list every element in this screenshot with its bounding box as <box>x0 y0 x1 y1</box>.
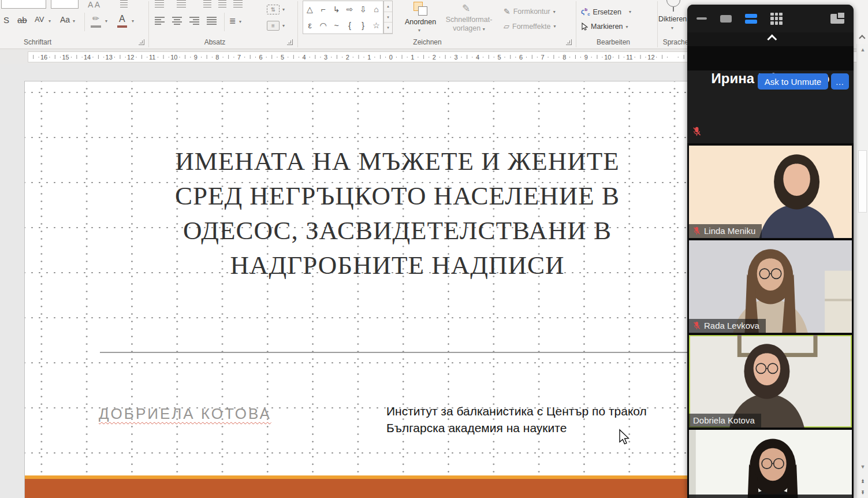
popout-icon[interactable] <box>830 14 844 24</box>
font-dialog-launcher[interactable] <box>139 39 144 45</box>
shape-icon[interactable]: ~ <box>334 21 338 30</box>
participant-name: Dobriela Kotova <box>693 415 755 425</box>
quick-styles-button[interactable]: Schnellformat- vorlagen ▾ <box>438 16 500 34</box>
ask-to-unmute-button[interactable]: Ask to Unmute <box>758 73 828 90</box>
align-center-icon[interactable] <box>172 17 182 25</box>
ruler-number: 5 <box>280 54 285 61</box>
participant-tile[interactable]: Rada Levkova <box>689 240 852 333</box>
slide-title[interactable]: ИМЕНАТА НА МЪЖЕТЕ И ЖЕНИТЕ СРЕД НЕГРЪЦКО… <box>25 144 770 283</box>
ruler-number: 10 <box>603 54 612 61</box>
font-name-box[interactable] <box>1 0 46 9</box>
arrange-dropdown[interactable]: ▾ <box>418 28 420 33</box>
drawing-dialog-launcher[interactable] <box>566 39 572 45</box>
text-direction-dropdown[interactable]: ▾ <box>282 7 285 12</box>
shapes-gallery[interactable]: △⌐↳⇨⇩⌂ε◠~{}☆ <box>303 1 383 34</box>
participant-tile[interactable]: Linda Meniku <box>689 146 852 238</box>
highlight-dropdown[interactable]: ▾ <box>105 18 107 24</box>
scroll-more-overlay[interactable]: Nadezhda Dancheva <box>689 495 852 498</box>
ruler-number: 8 <box>214 54 220 61</box>
collapse-strip[interactable] <box>687 32 854 46</box>
previous-slide-button[interactable]: ▲▲ <box>857 475 868 486</box>
vertical-scrollbar[interactable]: ▲ ▼ ▲▲ ▼▼ <box>856 44 868 498</box>
scrollbar-thumb[interactable] <box>858 150 867 213</box>
text-shadow-button[interactable]: S <box>3 15 9 25</box>
chevron-up-icon[interactable] <box>767 35 777 44</box>
ruler-number: 4 <box>301 54 307 61</box>
speaker-view-icon[interactable] <box>720 15 732 23</box>
font-size-box[interactable] <box>51 0 79 9</box>
shape-icon[interactable]: ε <box>308 21 311 30</box>
arrange-icon-front <box>418 6 427 16</box>
shape-icon[interactable]: ⇩ <box>360 5 367 14</box>
numbering-icon[interactable] <box>177 0 186 8</box>
shape-icon[interactable]: ⌂ <box>374 5 378 14</box>
scroll-down-arrow[interactable]: ▼ <box>857 461 868 473</box>
change-case-dropdown[interactable]: ▾ <box>73 18 75 24</box>
ruler-number: 1 <box>409 54 415 61</box>
minimize-icon[interactable] <box>696 17 707 20</box>
change-case-button[interactable]: Aa <box>60 15 70 24</box>
dictate-button[interactable]: Diktieren <box>658 15 687 23</box>
participant-name: Linda Meniku <box>704 226 755 236</box>
ruler-number: 10 <box>169 54 178 61</box>
quick-styles-line1: Schnellformat- <box>446 16 493 24</box>
gallery-up-icon[interactable]: ▴ <box>384 1 392 12</box>
shape-icon[interactable]: ◠ <box>319 21 326 30</box>
convert-smartart-icon[interactable]: ≡ <box>267 21 280 31</box>
convert-smartart-dropdown[interactable]: ▾ <box>282 23 285 28</box>
decrease-indent-icon[interactable] <box>203 0 211 8</box>
align-right-icon[interactable] <box>189 17 200 25</box>
participant-tile[interactable]: Dobriela Kotova <box>689 335 852 428</box>
clear-formatting-icon[interactable] <box>120 0 128 8</box>
paragraph-dialog-launcher[interactable] <box>287 39 293 45</box>
increase-indent-icon[interactable] <box>218 0 226 8</box>
dictate-dropdown[interactable]: ▾ <box>671 25 673 31</box>
next-slide-button[interactable]: ▼▼ <box>857 486 868 498</box>
ruler-number: 4 <box>475 54 480 61</box>
font-color-button[interactable]: A <box>119 14 125 24</box>
participant-tile-host[interactable]: Ask to Unmute … Ирина Ефименко <box>687 70 854 143</box>
columns-icon[interactable]: ≣ <box>229 16 236 25</box>
bullets-icon[interactable] <box>155 0 164 8</box>
shape-icon[interactable]: ⌐ <box>321 5 325 14</box>
select-button[interactable]: Markieren ▾ <box>581 23 628 31</box>
grow-shrink-font-icons[interactable]: A A <box>88 0 113 8</box>
align-left-icon[interactable] <box>155 17 165 25</box>
slide-canvas[interactable]: ИМЕНАТА НА МЪЖЕТЕ И ЖЕНИТЕ СРЕД НЕГРЪЦКО… <box>24 81 770 498</box>
shape-effects-button[interactable]: ▱ Formeffekte ▾ <box>504 22 556 31</box>
more-options-button[interactable]: … <box>831 73 849 90</box>
replace-button[interactable]: ςbc Ersetzen ▾ <box>581 7 631 17</box>
gallery-more-icon[interactable]: ▾ <box>384 23 392 34</box>
shape-icon[interactable]: ⇨ <box>347 5 353 14</box>
character-spacing-button[interactable]: AV <box>35 15 44 24</box>
zoom-titlebar <box>687 5 854 32</box>
shapes-gallery-scroll[interactable]: ▴ ▾ ▾ <box>383 1 393 34</box>
group-label-font: Schriftart <box>3 38 72 46</box>
gallery-down-icon[interactable]: ▾ <box>384 12 392 23</box>
shape-icon[interactable]: } <box>362 21 364 30</box>
title-line-1: ИМЕНАТА НА МЪЖЕТЕ И ЖЕНИТЕ <box>25 144 770 179</box>
shape-icon[interactable]: ☆ <box>372 21 380 30</box>
font-color-dropdown[interactable]: ▾ <box>132 18 134 24</box>
title-line-4: НАДГРОБНИТЕ НАДПИСИ <box>25 248 770 283</box>
arrange-button[interactable]: Anordnen <box>401 18 439 26</box>
slide-affiliation[interactable]: Институт за балканистика с Център по тра… <box>386 403 647 436</box>
text-direction-icon[interactable]: ⇅ <box>267 5 280 14</box>
ruler-number: 7 <box>236 54 242 61</box>
highlight-color-icon[interactable]: ✎ <box>90 13 102 24</box>
gallery-view-icon[interactable] <box>745 14 757 24</box>
grid-view-icon[interactable] <box>770 13 783 25</box>
character-spacing-dropdown[interactable]: ▾ <box>49 18 51 24</box>
muted-mic-icon <box>693 321 701 330</box>
slide-author[interactable]: ДОБРИЕЛА КОТОВА <box>99 405 271 423</box>
scroll-up-arrow[interactable]: ▲ <box>857 44 868 55</box>
shape-icon[interactable]: ↳ <box>333 5 340 14</box>
shape-icon[interactable]: △ <box>307 5 313 14</box>
columns-dropdown[interactable]: ▾ <box>239 19 241 24</box>
shape-icon[interactable]: { <box>348 21 351 30</box>
justify-icon[interactable] <box>207 17 217 25</box>
shape-outline-button[interactable]: ✎ Formkontur ▾ <box>504 7 556 16</box>
strikethrough-button[interactable]: ab <box>17 15 27 25</box>
line-spacing-icon[interactable] <box>233 0 243 8</box>
participant-tile[interactable]: Nadezhda Dancheva <box>689 430 852 498</box>
